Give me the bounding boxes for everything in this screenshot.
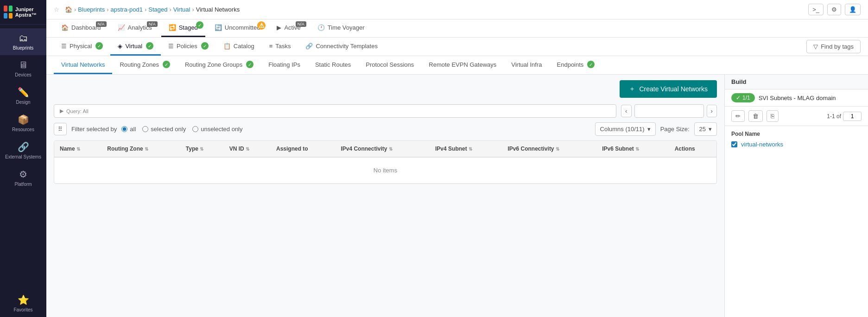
endpoints-check: ✓ — [587, 61, 595, 68]
breadcrumb-virtual[interactable]: Virtual — [173, 6, 190, 13]
sort-ipv4-subnet-icon: ⇅ — [469, 146, 472, 152]
virtual-tab-virtual-networks[interactable]: Virtual Networks — [54, 57, 112, 74]
top-bar-actions: >_ ⚙ 👤 — [808, 4, 861, 15]
sub-tab-policies[interactable]: ☰ Policies ✓ — [161, 38, 216, 56]
pool-item-checkbox[interactable] — [731, 141, 737, 147]
remote-evpn-gateways-tab-label: Remote EVPN Gateways — [429, 61, 496, 68]
uncommitted-icon: 🔄 — [215, 24, 222, 31]
bulk-actions-button[interactable]: ⠿ — [54, 123, 67, 135]
active-icon: ▶ — [277, 24, 281, 31]
page-size-button[interactable]: 25 ▾ — [694, 122, 717, 136]
toolbar-left: ⠿ Filter selected by all selected only — [54, 123, 243, 135]
breadcrumb-blueprints[interactable]: Blueprints — [78, 6, 105, 13]
settings-button[interactable]: ⚙ — [827, 4, 841, 15]
breadcrumb-apstra-pod1[interactable]: apstra-pod1 — [111, 6, 143, 13]
edit-button[interactable]: ✏ — [731, 110, 745, 122]
filter-unselected-radio[interactable] — [192, 126, 198, 132]
filter-selected-only[interactable]: selected only — [142, 126, 186, 133]
col-ipv4-connectivity[interactable]: IPv4 Connectivity ⇅ — [335, 141, 430, 157]
terminal-button[interactable]: >_ — [808, 4, 824, 15]
tab-staged[interactable]: 🔁 Staged ✓ — [161, 19, 205, 37]
pagination-input[interactable] — [843, 112, 862, 121]
tab-uncommitted[interactable]: 🔄 Uncommitted ⚠ — [207, 19, 268, 37]
sidebar-item-resources[interactable]: 📦 Resources — [0, 109, 46, 137]
col-type[interactable]: Type ⇅ — [180, 141, 224, 157]
filter-label: Filter selected by — [71, 126, 117, 133]
find-tags-button[interactable]: ▽ Find by tags — [806, 40, 861, 53]
routing-zone-groups-check: ✓ — [246, 61, 253, 68]
sub-tab-tasks[interactable]: ≡ Tasks — [262, 38, 298, 56]
tab-active[interactable]: ▶ Active N/A — [269, 19, 308, 37]
delete-button[interactable]: 🗑 — [748, 110, 763, 122]
sub-tab-virtual[interactable]: ◈ Virtual ✓ — [110, 38, 161, 56]
create-btn-label: Create Virtual Networks — [639, 85, 708, 93]
col-name[interactable]: Name ⇅ — [54, 141, 101, 157]
table-header-row: Name ⇅ Routing Zone ⇅ Type ⇅ VN ID ⇅ Ass… — [54, 141, 716, 157]
sidebar-item-blueprints[interactable]: 🗂 Blueprints — [0, 28, 46, 55]
tab-dashboard-badge: N/A — [96, 21, 107, 27]
col-vn-id[interactable]: VN ID ⇅ — [224, 141, 271, 157]
virtual-tab-protocol-sessions[interactable]: Protocol Sessions — [358, 57, 421, 74]
sub-tabs: ☰ Physical ✓ ◈ Virtual ✓ ☰ Policies ✓ 📋 … — [54, 38, 385, 56]
columns-button[interactable]: Columns (10/11) ▾ — [595, 122, 656, 136]
sort-ipv6-subnet-icon: ⇅ — [635, 146, 639, 152]
sub-tab-connectivity-templates[interactable]: 🔗 Connectivity Templates — [298, 38, 385, 56]
sidebar-item-favorites[interactable]: ⭐ Favorites — [0, 290, 46, 317]
virtual-tab-routing-zones[interactable]: Routing Zones ✓ — [112, 56, 177, 74]
pool-name-header: Pool Name — [731, 131, 862, 137]
virtual-tab-floating-ips[interactable]: Floating IPs — [261, 57, 308, 74]
virtual-tab-static-routes[interactable]: Static Routes — [308, 57, 358, 74]
create-virtual-networks-button[interactable]: ＋ Create Virtual Networks — [620, 80, 717, 98]
sub-tab-connectivity-templates-label: Connectivity Templates — [316, 43, 377, 50]
sidebar-label-resources: Resources — [12, 127, 34, 132]
search-controls: ‹ › — [621, 104, 717, 118]
right-panel-header: Build — [725, 75, 868, 89]
sort-name-icon: ⇅ — [76, 146, 80, 152]
sidebar-item-platform[interactable]: ⚙ Platform — [0, 164, 46, 191]
sidebar-item-devices[interactable]: 🖥 Devices — [0, 55, 46, 82]
tab-analytics[interactable]: 📈 Analytics N/A — [110, 19, 159, 37]
favorite-star-icon[interactable]: ☆ — [54, 6, 59, 13]
virtual-tab-remote-evpn-gateways[interactable]: Remote EVPN Gateways — [421, 57, 504, 74]
page-size-value: 25 — [699, 126, 706, 133]
virtual-tab-endpoints[interactable]: Endpoints ✓ — [550, 56, 602, 74]
breadcrumb-staged[interactable]: Staged — [148, 6, 167, 13]
col-routing-zone[interactable]: Routing Zone ⇅ — [101, 141, 180, 157]
sidebar-item-design[interactable]: ✏️ Design — [0, 82, 46, 109]
sidebar: Juniper Apstra™ 🗂 Blueprints 🖥 Devices ✏… — [0, 0, 46, 317]
search-prev-button[interactable]: ‹ — [621, 105, 631, 117]
filter-all-radio[interactable] — [121, 126, 127, 132]
sub-tab-catalog[interactable]: 📋 Catalog — [216, 38, 262, 56]
app-title: Juniper Apstra™ — [15, 6, 43, 18]
copy-button[interactable]: ⎘ — [767, 110, 779, 122]
sidebar-item-external-systems[interactable]: 🔗 External Systems — [0, 137, 46, 164]
filter-selected-radio[interactable] — [142, 126, 148, 132]
col-ipv6-subnet[interactable]: IPv6 Subnet ⇅ — [596, 141, 669, 157]
tab-dashboard[interactable]: 🏠 Dashboard N/A — [54, 19, 108, 37]
right-panel-body: Pool Name virtual-networks — [725, 126, 868, 152]
analytics-icon: 📈 — [118, 24, 125, 31]
tab-uncommitted-badge: ⚠ — [257, 21, 266, 30]
sidebar-label-platform: Platform — [14, 182, 32, 187]
sub-tab-physical[interactable]: ☰ Physical ✓ — [54, 38, 110, 56]
toolbar-right: Columns (10/11) ▾ Page Size: 25 ▾ — [595, 122, 717, 136]
virtual-networks-tab-label: Virtual Networks — [61, 61, 105, 68]
pool-item-name[interactable]: virtual-networks — [741, 141, 783, 148]
col-ipv6-connectivity[interactable]: IPv6 Connectivity ⇅ — [502, 141, 597, 157]
virtual-tab-routing-zone-groups[interactable]: Routing Zone Groups ✓ — [177, 56, 261, 74]
badge-count-value: 1/1 — [742, 95, 750, 101]
search-input[interactable] — [634, 104, 704, 118]
user-button[interactable]: 👤 — [845, 4, 861, 15]
filter-unselected-only[interactable]: unselected only — [192, 126, 242, 133]
search-next-button[interactable]: › — [707, 105, 717, 117]
no-items-message: No items — [54, 157, 716, 184]
tasks-icon: ≡ — [269, 43, 273, 50]
col-assigned-to[interactable]: Assigned to — [271, 141, 335, 157]
query-input[interactable]: ▶ Query: All — [54, 104, 616, 118]
virtual-tab-virtual-infra[interactable]: Virtual Infra — [504, 57, 549, 74]
home-icon[interactable]: 🏠 — [65, 6, 72, 13]
tab-time-voyager[interactable]: 🕐 Time Voyager — [310, 19, 372, 37]
filter-all[interactable]: all — [121, 126, 136, 133]
staged-icon: 🔁 — [169, 24, 176, 31]
col-ipv4-subnet[interactable]: IPv4 Subnet ⇅ — [430, 141, 502, 157]
